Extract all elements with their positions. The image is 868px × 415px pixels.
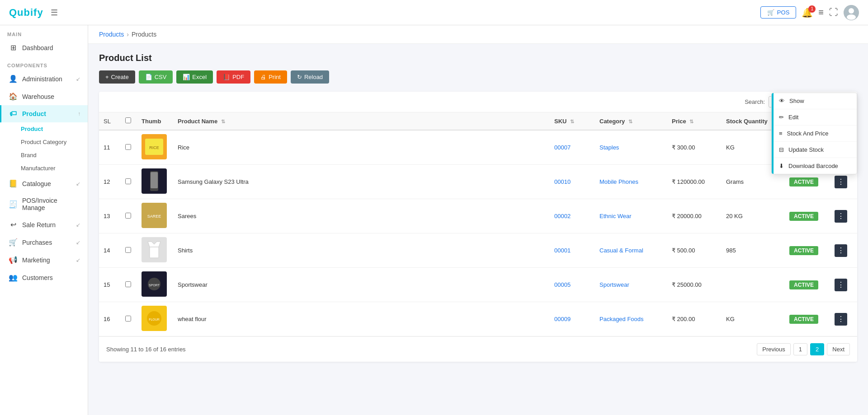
- cell-category[interactable]: Packaged Foods: [595, 302, 667, 336]
- toolbar: + Create 📄 CSV 📊 Excel 📕 PDF: [99, 70, 857, 84]
- page-btn-2[interactable]: 2: [810, 343, 824, 355]
- cell-stock: 20 KG: [722, 199, 785, 233]
- sidebar-label-sale-return: Sale Return: [22, 221, 56, 228]
- cell-status: ACTIVE: [785, 233, 830, 268]
- row-checkbox[interactable]: [125, 281, 131, 287]
- show-label: Show: [789, 98, 804, 104]
- cell-price: ₹ 25000.00: [667, 268, 722, 302]
- prev-button[interactable]: Previous: [757, 343, 791, 355]
- breadcrumb-current: Products: [132, 31, 156, 38]
- cell-price: ₹ 200.00: [667, 302, 722, 336]
- row-checkbox[interactable]: [125, 144, 131, 150]
- cell-category[interactable]: Mobile Phones: [595, 165, 667, 199]
- col-category[interactable]: Category ⇅: [595, 112, 667, 130]
- menu-icon[interactable]: ≡: [818, 7, 824, 18]
- row-checkbox[interactable]: [125, 316, 131, 322]
- cell-check[interactable]: [121, 302, 137, 336]
- context-menu-edit[interactable]: ✏ Edit: [772, 109, 857, 126]
- sidebar-item-warehouse[interactable]: 🏠 Warehouse: [0, 88, 88, 105]
- excel-button[interactable]: 📊 Excel: [176, 70, 213, 84]
- cell-category[interactable]: Staples: [595, 130, 667, 165]
- sidebar-item-customers[interactable]: 👥 Customers: [0, 269, 88, 286]
- row-action-button[interactable]: ⋮: [835, 244, 847, 257]
- content-inner: Product List + Create 📄 CSV 📊 Excel: [88, 44, 868, 371]
- create-label: Create: [111, 74, 129, 80]
- sidebar-item-sale-return[interactable]: ↩ Sale Return ↙: [0, 216, 88, 233]
- hamburger-icon[interactable]: ☰: [51, 8, 58, 18]
- sidebar-item-catalogue[interactable]: 📒 Catalogue ↙: [0, 175, 88, 192]
- show-icon: 👁: [779, 98, 785, 104]
- cell-thumb: [137, 233, 173, 268]
- csv-button[interactable]: 📄 CSV: [139, 70, 173, 84]
- top-bar-left: Qubify ☰: [9, 7, 58, 19]
- context-menu-update-stock[interactable]: ⊟ Update Stock: [772, 142, 857, 158]
- svg-text:SAREE: SAREE: [147, 214, 161, 219]
- cell-action[interactable]: ⋮: [830, 268, 857, 302]
- cell-check[interactable]: [121, 268, 137, 302]
- update-stock-label: Update Stock: [788, 146, 824, 153]
- context-menu-show[interactable]: 👁 Show: [772, 93, 857, 109]
- row-action-button[interactable]: ⋮: [835, 313, 847, 326]
- app-logo[interactable]: Qubify: [9, 7, 43, 19]
- row-action-button[interactable]: ⋮: [835, 176, 847, 188]
- sidebar-sub-product-category[interactable]: Product Category: [21, 135, 88, 149]
- cell-category[interactable]: Casual & Formal: [595, 233, 667, 268]
- col-name[interactable]: Product Name ⇅: [173, 112, 550, 130]
- cell-action[interactable]: ⋮: [830, 199, 857, 233]
- row-action-button[interactable]: ⋮: [835, 210, 847, 223]
- cell-name: Samsung Galaxy S23 Ultra: [173, 165, 550, 199]
- page-btn-1[interactable]: 1: [793, 343, 807, 355]
- cell-check[interactable]: [121, 165, 137, 199]
- cell-name: Rice: [173, 130, 550, 165]
- pos-button[interactable]: 🛒 POS: [760, 6, 796, 19]
- cell-sku[interactable]: 00010: [550, 165, 595, 199]
- cell-check[interactable]: [121, 233, 137, 268]
- sidebar-sub-brand[interactable]: Brand: [21, 149, 88, 162]
- sidebar-sub-product[interactable]: Product: [21, 122, 88, 135]
- marketing-icon: 📢: [9, 256, 18, 264]
- pdf-icon: 📕: [223, 74, 230, 80]
- user-avatar[interactable]: [844, 5, 859, 20]
- next-button[interactable]: Next: [827, 343, 850, 355]
- print-button[interactable]: 🖨 Print: [254, 70, 287, 84]
- sidebar-item-marketing[interactable]: 📢 Marketing ↙: [0, 251, 88, 269]
- reload-label: Reload: [304, 74, 323, 80]
- cell-category[interactable]: Sportswear: [595, 268, 667, 302]
- app-layout: Qubify ☰ 🛒 POS 🔔 1 ≡ ⛶: [0, 0, 868, 415]
- sidebar-item-product[interactable]: 🏷 Product ↑: [0, 105, 88, 122]
- context-menu-stock-price[interactable]: ≡ Stock And Price: [772, 126, 857, 142]
- sidebar-item-dashboard[interactable]: ⊞ Dashboard: [0, 39, 88, 56]
- cell-sku[interactable]: 00007: [550, 130, 595, 165]
- cell-sku[interactable]: 00005: [550, 268, 595, 302]
- row-checkbox[interactable]: [125, 178, 131, 184]
- create-button[interactable]: + Create: [99, 70, 135, 84]
- col-sku[interactable]: SKU ⇅: [550, 112, 595, 130]
- cell-sku[interactable]: 00002: [550, 199, 595, 233]
- col-price[interactable]: Price ⇅: [667, 112, 722, 130]
- sidebar-item-pos-invoice[interactable]: 🧾 POS/Invoice Manage: [0, 192, 88, 216]
- context-menu-download-barcode[interactable]: ⬇ Download Barcode: [772, 158, 857, 174]
- sidebar-item-administration[interactable]: 👤 Administration ↙: [0, 70, 88, 88]
- catalogue-icon: 📒: [9, 179, 18, 188]
- sidebar-item-purchases[interactable]: 🛒 Purchases ↙: [0, 233, 88, 251]
- row-checkbox[interactable]: [125, 213, 131, 219]
- row-action-button[interactable]: ⋮: [835, 279, 847, 291]
- pos-invoice-icon: 🧾: [9, 200, 18, 209]
- select-all-checkbox[interactable]: [125, 117, 131, 123]
- cell-check[interactable]: [121, 130, 137, 165]
- fullscreen-icon[interactable]: ⛶: [829, 7, 838, 18]
- pdf-button[interactable]: 📕 PDF: [217, 70, 250, 84]
- row-checkbox[interactable]: [125, 247, 131, 253]
- cell-category[interactable]: Ethnic Wear: [595, 199, 667, 233]
- cell-action[interactable]: ⋮: [830, 302, 857, 336]
- reload-button[interactable]: ↻ Reload: [291, 70, 329, 84]
- cell-sku[interactable]: 00009: [550, 302, 595, 336]
- cell-check[interactable]: [121, 199, 137, 233]
- sidebar-sub-manufacturer[interactable]: Manufacturer: [21, 162, 88, 175]
- cell-action[interactable]: ⋮: [830, 233, 857, 268]
- cell-sku[interactable]: 00001: [550, 233, 595, 268]
- notification-bell[interactable]: 🔔 1: [802, 7, 813, 18]
- context-menu: 👁 Show ✏ Edit ≡ Stock And Price ⊟ Update…: [771, 93, 857, 174]
- main-section-label: MAIN: [0, 25, 88, 39]
- breadcrumb-products[interactable]: Products: [99, 31, 124, 38]
